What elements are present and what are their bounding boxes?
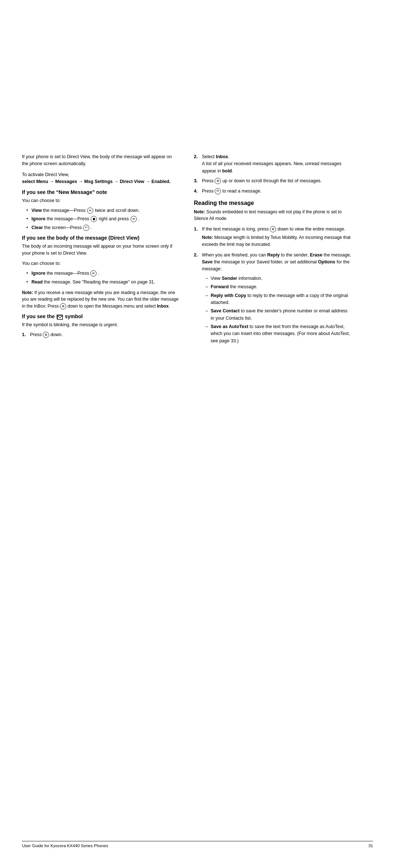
envelope-icon — [57, 315, 63, 319]
footer-text: User Guide for Kyocera KX440 Series Phon… — [22, 844, 108, 848]
reading-steps: 1. If the text message is long, press ⊕ … — [194, 226, 351, 344]
step-3: 3. Press ⊕ up or down to scroll through … — [194, 178, 351, 184]
option-reply-copy: Reply with Copy to reply to the message … — [206, 292, 351, 307]
section1-body: You can choose to: — [22, 197, 179, 204]
content-area: If your phone is set to Direct View, the… — [0, 0, 395, 868]
circle-btn-icon4: ✉ — [215, 188, 221, 194]
nav-btn-icon5: ⊕ — [270, 226, 276, 232]
page: If your phone is set to Direct View, the… — [0, 0, 395, 868]
section2-body1: The body of an incoming message will app… — [22, 243, 179, 257]
section1-bullets: View the message—Press ✉ twice and scrol… — [22, 207, 179, 231]
nav-btn-icon3: ⊕ — [43, 332, 49, 338]
section3-heading: If you see the symbol — [22, 313, 179, 319]
bullet-ignore: Ignore the message—Press ⊕ right and pre… — [26, 216, 179, 222]
step-1: 1. Press ⊕ down. — [22, 331, 179, 338]
bullet-view: View the message—Press ✉ twice and scrol… — [26, 207, 179, 214]
left-column: If your phone is set to Direct View, the… — [22, 153, 179, 839]
section3-body: If the symbol is blinking, the message i… — [22, 321, 179, 328]
nav-btn-icon2: ⊕ — [60, 303, 66, 309]
section2-body2: You can choose to: — [22, 260, 179, 267]
reading-heading: Reading the message — [194, 200, 351, 206]
envelope-svg — [57, 315, 63, 320]
circle-btn-icon3: ✉ — [90, 270, 97, 277]
step-4: 4. Press ✉ to read a message. — [194, 188, 351, 195]
circle-btn-icon: ✉ — [87, 208, 93, 214]
intro-p2: To activate Direct View, select Menu → M… — [22, 171, 179, 186]
section1-heading: If you see the “New Message” note — [22, 189, 179, 195]
circle-btn-icon2: ✉ — [131, 216, 137, 222]
section2-bullets: Ignore the message—Press ✉ . Read the me… — [22, 270, 179, 286]
right-column: 2. Select Inbox. A list of all your rece… — [194, 153, 351, 839]
page-footer: User Guide for Kyocera KX440 Series Phon… — [22, 841, 373, 848]
reading-step-2: 2. When you are finished, you can Reply … — [194, 252, 351, 345]
reading-step-1: 1. If the text message is long, press ⊕ … — [194, 226, 351, 248]
reading-note: Note: Sounds embedded in text messages w… — [194, 209, 351, 222]
bullet-read: Read the message. See "Reading the messa… — [26, 279, 179, 286]
page-number: 31 — [368, 844, 373, 848]
section2-note: Note: If you receive a new message while… — [22, 289, 179, 310]
clear-btn-icon: ↩ — [83, 225, 89, 231]
option-save-contact: Save Contact to save the sender's phone … — [206, 308, 351, 322]
option-save-autotext: Save as AutoText to save the text from t… — [206, 323, 351, 344]
intro-steps: 2. Select Inbox. A list of all your rece… — [194, 153, 351, 195]
intro-p1: If your phone is set to Direct View, the… — [22, 153, 179, 168]
option-view-sender: View Sender information. — [206, 275, 351, 282]
bullet-clear: Clear the screen—Press ↩ . — [26, 224, 179, 231]
nav-btn-icon4: ⊕ — [215, 178, 221, 184]
step-2: 2. Select Inbox. A list of all your rece… — [194, 153, 351, 175]
section2-heading: If you see the body of the message (Dire… — [22, 235, 179, 241]
section3-steps: 1. Press ⊕ down. — [22, 331, 179, 338]
bullet-ignore2: Ignore the message—Press ✉ . — [26, 270, 179, 277]
option-forward: Forward the message. — [206, 283, 351, 290]
options-list: View Sender information. Forward the mes… — [202, 275, 351, 344]
nav-btn-icon: ⊕ — [91, 216, 97, 222]
